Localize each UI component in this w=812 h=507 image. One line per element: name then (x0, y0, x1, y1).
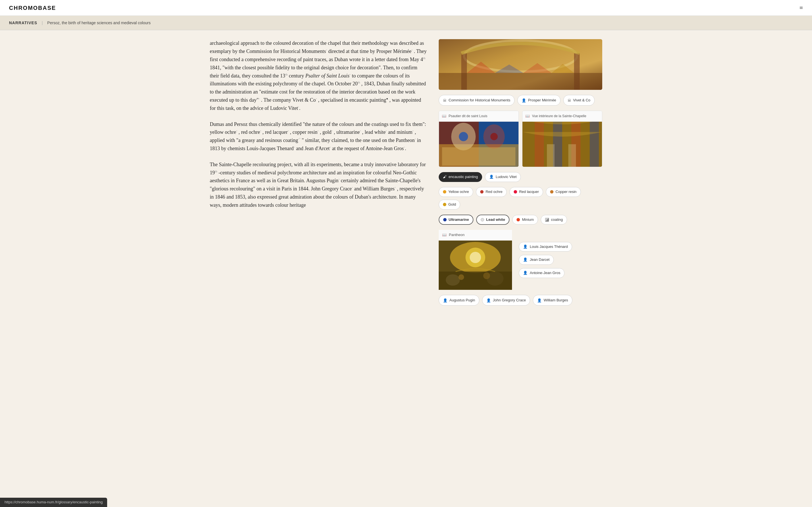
paragraph-1: archaeological approach to the coloured … (210, 39, 427, 112)
brush-icon (443, 174, 447, 180)
tag-pugin[interactable]: Augustus Pugin (439, 295, 479, 305)
tag-vivet[interactable]: Vivet & Co (563, 95, 595, 106)
tag-merimee-label: Prosper Mérimée (528, 98, 556, 103)
encaustic-label: encaustic painting (449, 174, 478, 180)
thenard-label: Louis Jacques Thénard (530, 244, 568, 250)
person-icon-gros (523, 270, 527, 276)
technique-tags: encaustic painting Ludovic Vitet (439, 172, 602, 182)
tag-red-lacquer[interactable]: Red lacquer (509, 187, 543, 197)
minium-dot (516, 218, 520, 221)
pantheon-title: Pantheon (449, 232, 465, 238)
svg-point-29 (483, 272, 490, 279)
psalter-image (439, 122, 518, 167)
tag-commission[interactable]: Commission for Historical Monuments (439, 95, 515, 106)
copper-resin-label: Copper resin (555, 189, 576, 195)
psalter-title: Psautier dit de saint Louis (449, 114, 487, 119)
person-icon-crace (486, 297, 491, 304)
minium-label: Minium (522, 217, 534, 223)
breadcrumb-page-title: Persoz, the birth of heritage sciences a… (47, 20, 151, 26)
red-ochre-label: Red ochre (486, 189, 502, 195)
img-card-psalter: Psautier dit de saint Louis (439, 111, 519, 167)
pugin-label: Augustus Pugin (449, 297, 475, 303)
book-icon-2 (525, 113, 530, 119)
lead-white-label: Lead white (486, 217, 505, 223)
svg-point-11 (459, 132, 468, 142)
tag-ultramarine[interactable]: Ultramarine (439, 215, 473, 225)
tag-gros[interactable]: Antoine-Jean Gros (519, 268, 564, 278)
header: CHROMOBASE ≡ (0, 0, 812, 16)
darcet-label: Jean Darcet (530, 257, 550, 263)
img-card-interior-header: Vue intérieure de la Sainte-Chapelle (522, 111, 602, 122)
svg-rect-20 (568, 144, 576, 167)
color-tags: Yellow ochre Red ochre Red lacquer Coppe… (439, 187, 602, 210)
person-icon-thenard (523, 244, 527, 250)
book-icon-3 (442, 232, 447, 238)
red-ochre-dot (480, 190, 484, 193)
menu-icon[interactable]: ≡ (800, 3, 803, 13)
app-logo: CHROMOBASE (9, 3, 56, 12)
red-lacquer-label: Red lacquer (519, 189, 539, 195)
psalter-svg (439, 122, 518, 167)
pantheon-svg (439, 240, 512, 290)
text-column: archaeological approach to the coloured … (210, 39, 427, 305)
interior-svg (522, 122, 602, 167)
gold-dot (443, 203, 446, 206)
main-layout: archaeological approach to the coloured … (203, 30, 609, 315)
top-image-inner (439, 39, 602, 90)
tag-coating[interactable]: coating (541, 215, 567, 225)
tag-minium[interactable]: Minium (512, 215, 538, 225)
gold-label: Gold (448, 202, 456, 208)
top-image (439, 39, 602, 90)
ultramarine-dot (443, 218, 447, 221)
person-icon-burges (537, 297, 542, 304)
tag-merimee[interactable]: Prosper Mérimée (517, 95, 560, 106)
person-icon-darcet (523, 257, 527, 263)
color-tags-2: Ultramarine Lead white Minium coating (439, 215, 602, 225)
person-icon (522, 97, 526, 104)
img-card-interior: Vue intérieure de la Sainte-Chapelle (522, 111, 602, 167)
psalter-image-inner (439, 122, 518, 167)
tag-commission-label: Commission for Historical Monuments (449, 98, 510, 103)
tag-yellow-ochre[interactable]: Yellow ochre (439, 187, 473, 197)
svg-rect-10 (442, 147, 515, 166)
coating-label: coating (551, 217, 563, 223)
sidebar-column: Commission for Historical Monuments Pros… (439, 39, 602, 305)
tag-lead-white[interactable]: Lead white (476, 215, 509, 225)
yellow-ochre-dot (443, 190, 446, 193)
book-icon (442, 113, 446, 119)
person-icon-ludovic (489, 174, 494, 180)
tag-darcet[interactable]: Jean Darcet (519, 255, 554, 265)
tag-crace[interactable]: John Gregory Crace (482, 295, 530, 305)
yellow-ochre-label: Yellow ochre (448, 189, 469, 195)
pantheon-persons: Louis Jacques Thénard Jean Darcet Antoin… (515, 230, 602, 290)
red-lacquer-dot (514, 190, 517, 193)
tag-copper-resin[interactable]: Copper resin (546, 187, 580, 197)
lead-white-dot (481, 218, 484, 221)
pantheon-card: Pantheon (439, 230, 512, 290)
paragraph-3: The Sainte-Chapelle recolouring project,… (210, 161, 427, 209)
tag-burges[interactable]: William Burges (533, 295, 572, 305)
building-icon (443, 97, 447, 104)
breadcrumb: NARRATIVES | Persoz, the birth of herita… (0, 16, 812, 30)
tag-encaustic[interactable]: encaustic painting (439, 172, 482, 182)
svg-point-24 (470, 252, 481, 263)
pantheon-header: Pantheon (439, 230, 512, 240)
tag-ludovic[interactable]: Ludovic Vitet (485, 172, 521, 182)
breadcrumb-separator: | (42, 20, 43, 26)
svg-rect-18 (522, 122, 602, 167)
meta-tags: Commission for Historical Monuments Pros… (439, 95, 602, 106)
tag-thenard[interactable]: Louis Jacques Thénard (519, 242, 572, 252)
building-icon-2 (567, 97, 571, 104)
svg-rect-4 (439, 73, 602, 90)
diag-icon (545, 218, 549, 222)
ludovic-label: Ludovic Vitet (496, 174, 516, 180)
breadcrumb-narratives: NARRATIVES (9, 20, 37, 26)
gros-label: Antoine-Jean Gros (530, 270, 560, 276)
crace-label: John Gregory Crace (493, 297, 526, 303)
paragraph-2: Dumas and Persoz thus chemically identif… (210, 120, 427, 153)
tag-gold[interactable]: Gold (439, 200, 460, 210)
tag-vivet-label: Vivet & Co (573, 98, 591, 103)
svg-point-12 (490, 133, 498, 140)
tag-red-ochre[interactable]: Red ochre (476, 187, 507, 197)
person-icon-pugin (443, 297, 448, 304)
